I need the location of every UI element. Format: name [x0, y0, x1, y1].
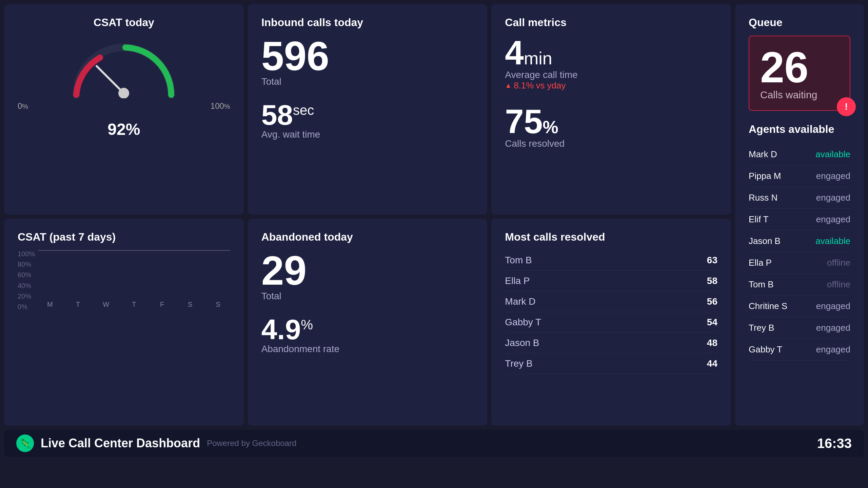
resolved-name: Trey B: [505, 358, 532, 369]
alert-icon: !: [837, 97, 856, 116]
resolved-count: 56: [707, 296, 717, 307]
inbound-wait-label: Avg. wait time: [261, 129, 474, 140]
bar-column: F: [150, 299, 174, 308]
footer: 🦎 Live Call Center Dashboard Powered by …: [4, 430, 864, 457]
bar-column: M: [38, 299, 62, 308]
footer-powered: Powered by Geckoboard: [207, 439, 296, 448]
y-axis: 100% 80% 60% 40% 20% 0%: [18, 250, 38, 318]
agents-title: Agents available: [749, 123, 850, 136]
agent-name: Jason B: [749, 236, 781, 246]
agent-name: Elif T: [749, 214, 769, 225]
abandonment-rate-label: Abandonment rate: [261, 344, 474, 354]
agent-name: Ella P: [749, 258, 772, 268]
agent-row: Jason Bavailable: [749, 230, 850, 252]
csat-today-card: CSAT today 0% 100% 92: [4, 4, 244, 215]
most-resolved-title: Most calls resolved: [505, 231, 717, 243]
footer-time: 16:33: [817, 436, 852, 451]
agent-status: engaged: [816, 171, 850, 181]
agent-status: engaged: [816, 214, 850, 225]
agent-status: offline: [827, 279, 850, 290]
svg-point-1: [118, 88, 129, 98]
resolved-row: Gabby T54: [505, 312, 717, 333]
abandoned-card: Abandoned today 29 Total 4.9% Abandonmen…: [248, 219, 488, 426]
agent-name: Chritine S: [749, 301, 787, 311]
agent-name: Mark D: [749, 149, 777, 160]
agent-row: Chritine Sengaged: [749, 296, 850, 317]
bar-day-label: T: [76, 301, 80, 308]
bar-chart: 100% 80% 60% 40% 20% 0% MTWTFSS: [18, 250, 230, 318]
resolved-name: Gabby T: [505, 317, 541, 328]
agent-name: Pippa M: [749, 171, 781, 181]
resolved-row: Ella P58: [505, 271, 717, 291]
avg-call-change: ▲ 8.1% vs yday: [505, 80, 717, 91]
resolved-name: Jason B: [505, 338, 539, 348]
resolved-name: Tom B: [505, 255, 532, 266]
resolved-row: Jason B48: [505, 333, 717, 353]
queue-title: Queue: [749, 16, 850, 29]
queue-alert: 26 Calls waiting !: [749, 36, 850, 111]
resolved-count: 54: [707, 317, 717, 328]
footer-left: 🦎 Live Call Center Dashboard Powered by …: [16, 434, 296, 452]
queue-panel: Queue 26 Calls waiting ! Agents availabl…: [735, 4, 864, 426]
agent-row: Trey Bengaged: [749, 317, 850, 339]
bar-column: W: [94, 299, 118, 308]
inbound-calls-card: Inbound calls today 596 Total 58sec Avg.…: [248, 4, 488, 215]
bar-day-label: M: [47, 301, 53, 308]
agent-row: Pippa Mengaged: [749, 165, 850, 187]
bar-column: T: [122, 299, 146, 308]
agent-row: Ella Poffline: [749, 252, 850, 274]
agent-name: Trey B: [749, 323, 774, 333]
inbound-title: Inbound calls today: [261, 16, 474, 29]
agent-row: Elif Tengaged: [749, 209, 850, 230]
resolved-count: 58: [707, 276, 717, 286]
call-metrics-card: Call metrics 4min Average call time ▲ 8.…: [491, 4, 731, 215]
svg-line-0: [97, 66, 124, 93]
avg-call-block: 4min Average call time ▲ 8.1% vs yday: [505, 36, 717, 91]
agent-row: Mark Davailable: [749, 144, 850, 165]
agent-status: engaged: [816, 192, 850, 203]
bar-column: T: [66, 299, 90, 308]
gauge-min: 0%: [18, 101, 28, 111]
bar-day-label: S: [216, 301, 220, 308]
csat-value: 92%: [107, 107, 140, 140]
agent-name: Russ N: [749, 192, 777, 203]
agent-row: Russ Nengaged: [749, 187, 850, 209]
queue-waiting-number: 26: [760, 46, 839, 89]
bar-day-label: F: [160, 301, 164, 308]
agent-row: Gabby Tengaged: [749, 339, 850, 361]
csat-today-title: CSAT today: [94, 16, 154, 29]
bar-day-label: S: [188, 301, 192, 308]
resolved-name: Mark D: [505, 296, 535, 307]
csat-history-card: CSAT (past 7 days) 100% 80% 60% 40% 20% …: [4, 219, 244, 426]
resolved-list: Tom B63Ella P58Mark D56Gabby T54Jason B4…: [505, 250, 717, 374]
target-line: [38, 250, 230, 251]
call-metrics-title: Call metrics: [505, 16, 717, 29]
resolved-row: Trey B44: [505, 353, 717, 374]
resolved-row: Mark D56: [505, 291, 717, 312]
up-arrow-icon: ▲: [505, 82, 512, 89]
resolved-count: 63: [707, 255, 717, 266]
bar-day-label: W: [103, 301, 109, 308]
agent-name: Gabby T: [749, 344, 782, 355]
inbound-wait-value: 58sec: [261, 101, 474, 129]
agent-status: engaged: [816, 323, 850, 333]
agent-status: available: [815, 149, 850, 160]
gauge-container: [66, 39, 181, 100]
queue-waiting-label: Calls waiting: [760, 89, 839, 101]
resolved-count: 44: [707, 358, 717, 369]
avg-call-label: Average call time: [505, 69, 717, 80]
bars-area: MTWTFSS: [18, 250, 230, 318]
csat-history-title: CSAT (past 7 days): [18, 231, 230, 243]
most-resolved-card: Most calls resolved Tom B63Ella P58Mark …: [491, 219, 731, 426]
gauge-svg: [66, 39, 181, 98]
resolved-label: Calls resolved: [505, 138, 717, 149]
resolved-count: 48: [707, 338, 717, 348]
resolved-block: 75% Calls resolved: [505, 104, 717, 149]
agent-status: engaged: [816, 344, 850, 355]
geckoboard-logo: 🦎: [16, 434, 34, 452]
agent-status: available: [815, 236, 850, 246]
resolved-row: Tom B63: [505, 250, 717, 271]
agent-status: offline: [827, 258, 850, 268]
abandonment-rate: 4.9%: [261, 315, 474, 344]
agent-name: Tom B: [749, 279, 774, 290]
